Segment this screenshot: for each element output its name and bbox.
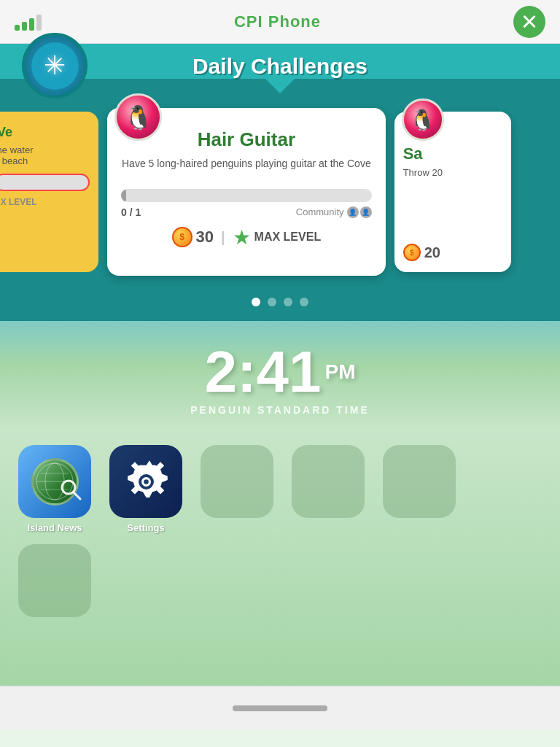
island-news-label: Island News xyxy=(27,522,82,533)
app-row-1: Island News Settings xyxy=(15,445,545,533)
card-left-title: iVe xyxy=(0,123,90,140)
close-button[interactable] xyxy=(513,6,545,38)
max-level-label: MAX LEVEL xyxy=(254,231,322,244)
header-arrow xyxy=(265,79,295,93)
challenge-card-right[interactable]: 🐧 Sa Throw 20 $ 20 xyxy=(394,112,511,272)
island-news-icon xyxy=(18,445,91,518)
community-label: Community xyxy=(296,206,344,217)
status-bar: CPI Phone xyxy=(0,0,560,44)
coin-count-right: 20 xyxy=(424,244,440,261)
signal-bar-4 xyxy=(36,15,42,31)
dot-2[interactable] xyxy=(268,298,276,306)
challenges-header: ✳ Daily Challenges xyxy=(0,44,560,79)
coin-reward: $ 30 xyxy=(172,227,214,247)
card-right-desc: Throw 20 xyxy=(403,167,502,178)
star-icon: ★ xyxy=(233,225,251,249)
app-empty-1 xyxy=(197,445,277,518)
dot-3[interactable] xyxy=(284,298,292,306)
card-right-avatar: 🐧 xyxy=(402,98,444,141)
card-left-progress xyxy=(0,174,90,191)
card-main-progress-area: 0 / 1 Community 👤 👤 xyxy=(121,189,372,218)
empty-icon-1 xyxy=(201,445,273,518)
card-main-title: Hair Guitar xyxy=(122,128,371,151)
coin-icon-right: $ xyxy=(403,244,421,261)
clock-time-value: 2:41 xyxy=(204,343,321,401)
bottom-bar xyxy=(0,686,560,729)
empty-icon-4 xyxy=(18,544,91,617)
home-indicator[interactable] xyxy=(233,705,327,711)
community-icon-2: 👤 xyxy=(360,206,372,218)
empty-icon-2 xyxy=(292,445,365,518)
magnify-glass-icon xyxy=(61,469,82,509)
empty-icon-3 xyxy=(383,445,456,518)
card-right-title: Sa xyxy=(403,144,502,163)
app-empty-3 xyxy=(379,445,459,518)
community-icons: 👤 👤 xyxy=(347,206,372,218)
community-badge: Community 👤 👤 xyxy=(296,206,372,218)
coin-icon: $ xyxy=(172,227,192,247)
card-rewards: $ 30 | ★ MAX LEVEL xyxy=(158,225,336,257)
star-reward: ★ MAX LEVEL xyxy=(233,225,322,249)
progress-count: 0 / 1 xyxy=(121,206,141,218)
signal-strength xyxy=(15,13,42,31)
app-empty-2 xyxy=(288,445,368,518)
coin-count: 30 xyxy=(196,228,214,247)
card-left-desc: the watere beach xyxy=(0,144,90,166)
clock-timezone: PENGUIN STANDARD TIME xyxy=(15,404,545,416)
progress-stats: 0 / 1 Community 👤 👤 xyxy=(121,206,372,218)
sun-star-icon: ✳ xyxy=(44,50,66,81)
clock-ampm: PM xyxy=(325,362,356,382)
svg-point-9 xyxy=(144,479,149,484)
sun-inner: ✳ xyxy=(31,42,79,90)
pagination-dots xyxy=(0,298,560,306)
app-title: CPI Phone xyxy=(234,12,321,31)
challenge-card-left[interactable]: iVe the watere beach AX LEVEL xyxy=(0,112,98,272)
clock-section: 2:41 PM PENGUIN STANDARD TIME xyxy=(0,321,560,430)
card-main-description: Have 5 long-haired penguins playing guit… xyxy=(122,157,371,171)
cards-container: iVe the watere beach AX LEVEL 🐧 Hair Gui… xyxy=(0,93,560,290)
signal-bar-3 xyxy=(29,18,34,31)
card-left-level: AX LEVEL xyxy=(0,197,90,207)
progress-bar-fill xyxy=(121,189,126,202)
progress-bar-background xyxy=(121,189,372,202)
settings-label: Settings xyxy=(127,522,164,533)
challenges-section: ✳ Daily Challenges iVe the watere beach … xyxy=(0,44,560,321)
app-row-2 xyxy=(15,544,545,617)
sun-icon: ✳ xyxy=(22,33,88,98)
app-settings[interactable]: Settings xyxy=(106,445,186,533)
penguin-avatar-icon: 🐧 xyxy=(117,96,160,139)
dot-1[interactable] xyxy=(252,298,260,306)
dot-4[interactable] xyxy=(300,298,308,306)
clock-display: 2:41 PM xyxy=(15,343,545,401)
app-empty-4 xyxy=(15,544,95,617)
card-right-desc-text: Throw 20 xyxy=(403,167,443,178)
card-main-avatar: 🐧 xyxy=(114,93,162,141)
app-island-news[interactable]: Island News xyxy=(15,445,95,533)
svg-line-6 xyxy=(74,492,80,499)
app-grid: Island News Settings xyxy=(0,430,560,686)
reward-divider: | xyxy=(221,229,225,246)
community-icon-1: 👤 xyxy=(347,206,359,218)
settings-icon xyxy=(109,445,182,518)
signal-bar-2 xyxy=(22,22,27,31)
signal-bar-1 xyxy=(15,25,20,31)
challenge-card-main[interactable]: 🐧 Hair Guitar Have 5 long-haired penguin… xyxy=(107,108,386,276)
card-right-reward: $ 20 xyxy=(403,238,502,261)
penguin-avatar-right-icon: 🐧 xyxy=(404,101,442,139)
